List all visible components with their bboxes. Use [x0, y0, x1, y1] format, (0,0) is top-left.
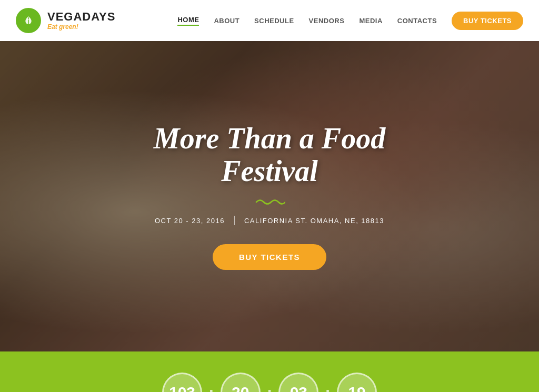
hero-meta: OCT 20 - 23, 2016 CALIFORNIA ST. OMAHA, … [154, 216, 385, 225]
hero-section: More Than a Food Festival OCT 20 - 23, 2… [0, 41, 539, 351]
countdown-seconds-value: 19 [348, 384, 365, 392]
nav-schedule[interactable]: SCHEDULE [254, 17, 294, 25]
countdown-minutes-circle: 03 [278, 373, 318, 392]
nav-media[interactable]: MEDIA [359, 17, 382, 25]
hero-content: More Than a Food Festival OCT 20 - 23, 2… [154, 123, 385, 270]
nav-home[interactable]: HOME [177, 16, 199, 26]
countdown-minutes-value: 03 [290, 384, 307, 392]
colon-3: : [325, 383, 331, 392]
logo-name: VEGADAYS [47, 11, 115, 23]
countdown-minutes: 03 MINUTES [278, 373, 318, 392]
logo-text: VEGADAYS Eat green! [47, 11, 115, 31]
logo: VEGADAYS Eat green! [16, 8, 115, 33]
countdown-hours-value: 20 [232, 384, 249, 392]
hero-squiggle [154, 197, 385, 205]
hero-buy-tickets-button[interactable]: BUY TICKETS [213, 244, 326, 270]
countdown-hours: 20 HOURS [221, 373, 261, 392]
hero-location: CALIFORNIA ST. OMAHA, NE, 18813 [244, 217, 384, 225]
hero-date: OCT 20 - 23, 2016 [155, 217, 225, 225]
countdown-hours-circle: 20 [221, 373, 261, 392]
logo-tagline: Eat green! [47, 23, 115, 31]
countdown-seconds-circle: 19 [337, 373, 377, 392]
countdown-days-circle: 103 [162, 373, 202, 392]
colon-2: : [267, 383, 273, 392]
countdown-days: 103 DAYS [162, 373, 202, 392]
main-nav: HOME ABOUT SCHEDULE VENDORS MEDIA CONTAC… [177, 12, 523, 30]
hero-title: More Than a Food Festival [154, 123, 385, 187]
colon-1: : [208, 383, 214, 392]
buy-tickets-header-button[interactable]: BUY TICKETS [452, 12, 523, 30]
meta-divider [234, 216, 235, 225]
header: VEGADAYS Eat green! HOME ABOUT SCHEDULE … [0, 0, 539, 41]
nav-contacts[interactable]: CONTACTS [397, 17, 437, 25]
countdown-days-value: 103 [169, 384, 195, 392]
nav-about[interactable]: ABOUT [214, 17, 239, 25]
countdown-seconds: 19 SECONDS [337, 373, 377, 392]
logo-icon [16, 8, 41, 33]
nav-vendors[interactable]: VENDORS [309, 17, 345, 25]
countdown-section: 103 DAYS : 20 HOURS : 03 MINUTES : 19 SE… [0, 351, 539, 392]
